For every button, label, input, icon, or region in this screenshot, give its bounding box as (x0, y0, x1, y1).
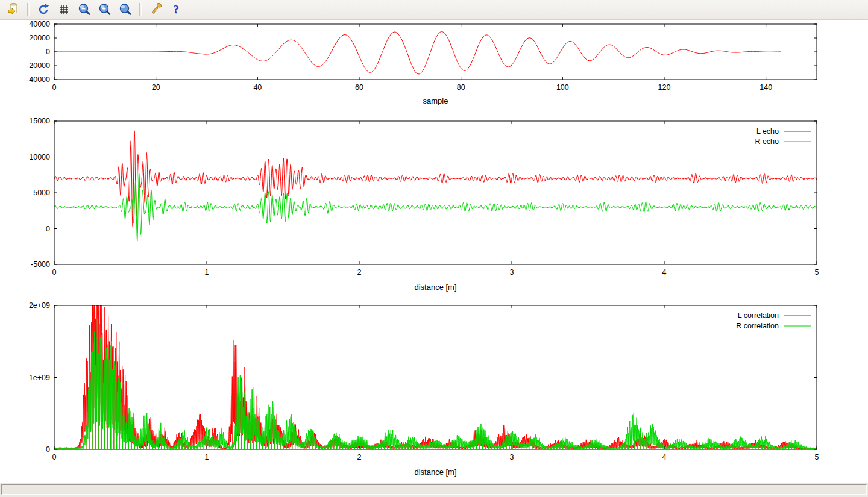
gnuplot-window: ? 02040608010012014040000200000-20000-40… (0, 0, 868, 497)
replot-icon (37, 3, 50, 16)
copy-to-clipboard-icon (7, 3, 20, 16)
autoscale-icon (119, 3, 132, 16)
svg-text:80: 80 (457, 83, 465, 92)
plot-area[interactable]: 02040608010012014040000200000-20000-4000… (0, 20, 868, 482)
svg-text:0: 0 (52, 453, 57, 461)
svg-text:-40000: -40000 (27, 75, 50, 84)
svg-text:5: 5 (815, 453, 819, 461)
svg-text:0: 0 (46, 48, 50, 56)
svg-text:1e+09: 1e+09 (29, 374, 50, 382)
chart-sample-waveform[interactable]: 02040608010012014040000200000-20000-4000… (0, 20, 868, 114)
svg-text:100: 100 (556, 83, 569, 92)
toolbar-separator (27, 3, 30, 16)
svg-text:10000: 10000 (29, 153, 50, 161)
svg-text:2: 2 (357, 453, 362, 461)
svg-text:140: 140 (760, 83, 772, 92)
svg-text:distance [m]: distance [m] (414, 283, 456, 292)
zoom-next-icon (98, 3, 112, 16)
zoom-previous-button[interactable] (76, 2, 93, 17)
svg-text:2: 2 (357, 268, 362, 277)
copy-button[interactable] (5, 2, 22, 17)
svg-text:R echo: R echo (755, 137, 779, 146)
zoom-next-button[interactable] (96, 2, 113, 17)
svg-text:120: 120 (658, 83, 671, 92)
svg-text:0: 0 (52, 83, 57, 92)
svg-text:0: 0 (46, 225, 50, 233)
svg-text:-20000: -20000 (27, 61, 50, 70)
help-icon: ? (174, 4, 179, 16)
toolbar-separator (139, 3, 142, 16)
svg-text:distance [m]: distance [m] (414, 467, 456, 477)
svg-text:40000: 40000 (29, 20, 50, 28)
toolbar: ? (0, 0, 868, 20)
svg-text:60: 60 (355, 83, 363, 92)
grid-icon (57, 3, 71, 16)
config-button[interactable] (147, 2, 164, 17)
svg-text:5000: 5000 (33, 189, 50, 197)
svg-text:1: 1 (205, 453, 209, 461)
svg-text:R correlation: R correlation (736, 322, 779, 330)
svg-text:L echo: L echo (756, 127, 779, 136)
svg-text:-5000: -5000 (31, 260, 50, 269)
svg-text:0: 0 (52, 268, 57, 277)
svg-text:sample: sample (423, 96, 448, 105)
svg-text:2e+09: 2e+09 (29, 301, 50, 310)
status-bar (0, 482, 868, 497)
svg-text:3: 3 (510, 453, 514, 461)
svg-text:5: 5 (815, 268, 819, 277)
svg-text:0: 0 (46, 445, 50, 454)
svg-text:20: 20 (152, 83, 160, 92)
svg-text:15000: 15000 (29, 117, 50, 125)
help-button[interactable]: ? (168, 2, 184, 17)
svg-text:3: 3 (510, 268, 514, 277)
grid-button[interactable] (55, 2, 72, 17)
svg-text:4: 4 (662, 268, 667, 277)
chart-correlation[interactable]: 0123452e+091e+090distance [m]L correlati… (0, 298, 868, 482)
svg-text:1: 1 (205, 268, 209, 277)
status-text (1, 484, 867, 495)
replot-button[interactable] (35, 2, 52, 17)
svg-text:40: 40 (253, 83, 262, 92)
zoom-previous-icon (78, 3, 91, 16)
svg-text:4: 4 (662, 453, 667, 461)
chart-echo-signals[interactable]: 012345150001000050000-5000distance [m]L … (0, 114, 868, 298)
wrench-icon (149, 3, 162, 16)
autoscale-button[interactable] (117, 2, 134, 17)
svg-text:20000: 20000 (29, 34, 50, 42)
svg-text:L correlation: L correlation (738, 311, 779, 320)
